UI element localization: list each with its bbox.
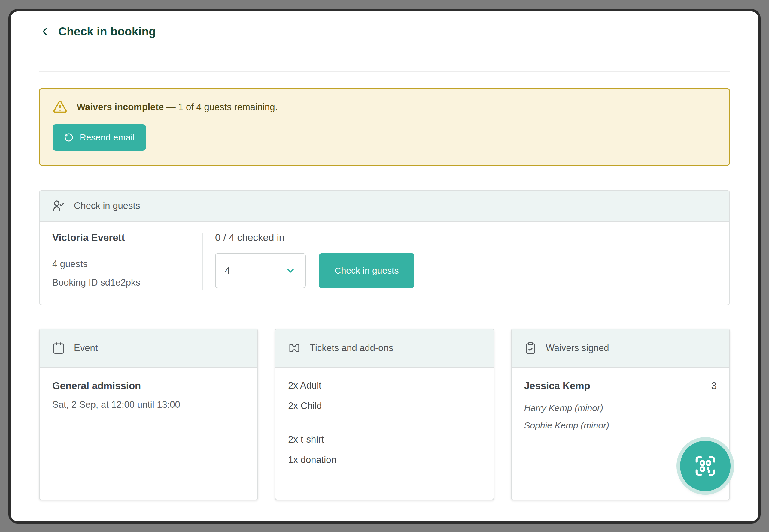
warning-text: Waivers incomplete — 1 of 4 guests remai… [77,102,278,113]
checked-in-progress: 0 / 4 checked in [215,232,414,243]
minor-name: Harry Kemp (minor) [524,399,717,417]
waivers-card-header: Waivers signed [511,329,729,368]
warning-heading: Waivers incomplete [77,102,164,112]
check-in-controls: 0 / 4 checked in 4 Check in guests [203,231,414,292]
warning-detail: — 1 of 4 guests remaining. [166,102,278,112]
detail-cards-row: Event General admission Sat, 2 Sep, at 1… [39,329,730,500]
signed-waivers-count: 3 [711,380,717,392]
addon-item: 1x donation [288,455,481,465]
guest-count: 4 guests [52,255,203,273]
check-in-guests-title: Check in guests [74,200,140,211]
calendar-icon [52,342,65,354]
chevron-down-icon [285,265,296,276]
waivers-card-title: Waivers signed [546,343,609,353]
page-content: Check in booking Waivers incomplete — 1 … [11,11,758,500]
signer-row: Jessica Kemp 3 [524,380,717,399]
ticket-item: 2x Child [288,401,481,411]
event-name: General admission [52,380,245,392]
controls-row: 4 Check in guests [215,253,414,288]
addon-item: 2x t-shirt [288,434,481,445]
event-card: Event General admission Sat, 2 Sep, at 1… [39,329,258,500]
tickets-card-header: Tickets and add-ons [276,329,493,368]
booking-window: Check in booking Waivers incomplete — 1 … [8,9,761,524]
tickets-addons-divider [288,423,481,423]
chevron-left-icon [39,26,50,37]
clipboard-check-icon [524,342,537,354]
resend-email-label: Resend email [80,132,134,143]
warning-message-row: Waivers incomplete — 1 of 4 guests remai… [53,100,716,115]
check-in-guests-button-label: Check in guests [335,266,399,276]
event-time: Sat, 2 Sep, at 12:00 until 13:00 [52,399,245,410]
title-divider [39,71,730,72]
warning-triangle-icon [53,100,68,115]
booking-summary: Victoria Everett 4 guests Booking ID sd1… [52,231,203,292]
back-button[interactable] [39,26,50,37]
qr-scan-icon [694,454,717,478]
booking-id: Booking ID sd1e2pks [52,273,203,292]
check-in-guests-body: Victoria Everett 4 guests Booking ID sd1… [40,222,729,305]
page-title: Check in booking [58,25,156,38]
resend-email-button[interactable]: Resend email [53,124,146,151]
event-card-title: Event [74,343,98,353]
event-card-body: General admission Sat, 2 Sep, at 12:00 u… [40,368,258,500]
tickets-card: Tickets and add-ons 2x Adult 2x Child 2x… [275,329,494,500]
signer-name: Jessica Kemp [524,380,590,392]
minor-name: Sophie Kemp (minor) [524,417,717,434]
resend-rotate-ccw-icon [64,133,74,142]
qr-scan-button[interactable] [680,441,731,491]
waivers-warning-banner: Waivers incomplete — 1 of 4 guests remai… [39,88,730,166]
guest-name: Victoria Everett [52,232,203,243]
event-card-header: Event [40,329,258,368]
ticket-item: 2x Adult [288,380,481,391]
guest-count-select[interactable]: 4 [215,253,306,288]
ticket-icon [288,342,301,354]
user-check-icon [52,200,65,212]
check-in-guests-panel: Check in guests Victoria Everett 4 guest… [39,190,730,305]
title-row: Check in booking [39,23,730,40]
guest-count-select-value: 4 [225,265,230,276]
tickets-card-title: Tickets and add-ons [310,343,393,353]
check-in-guests-button[interactable]: Check in guests [319,253,414,288]
check-in-guests-header: Check in guests [40,191,729,222]
tickets-card-body: 2x Adult 2x Child 2x t-shirt 1x donation [276,368,493,500]
